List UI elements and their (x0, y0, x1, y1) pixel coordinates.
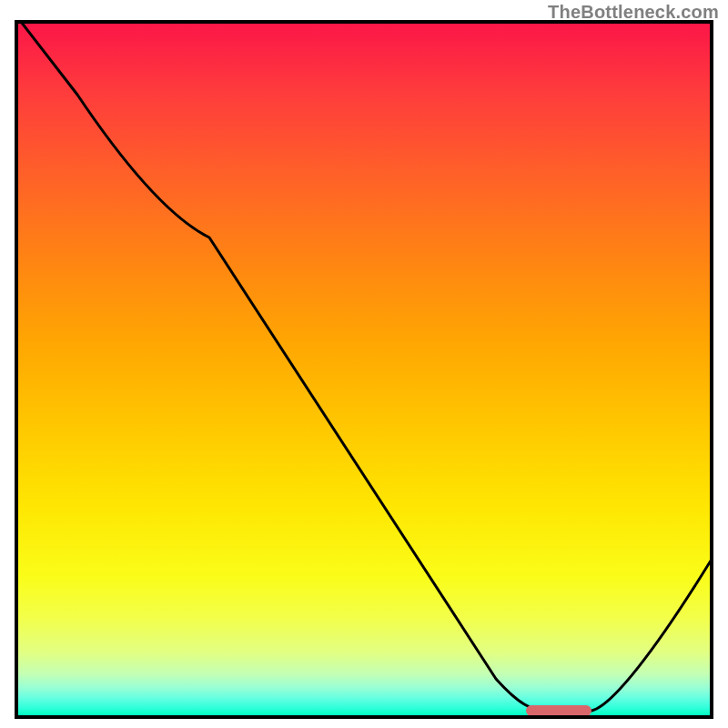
chart-frame (15, 20, 713, 719)
bottleneck-curve (18, 20, 713, 711)
optimal-marker (526, 705, 592, 716)
chart-plot (18, 24, 710, 715)
